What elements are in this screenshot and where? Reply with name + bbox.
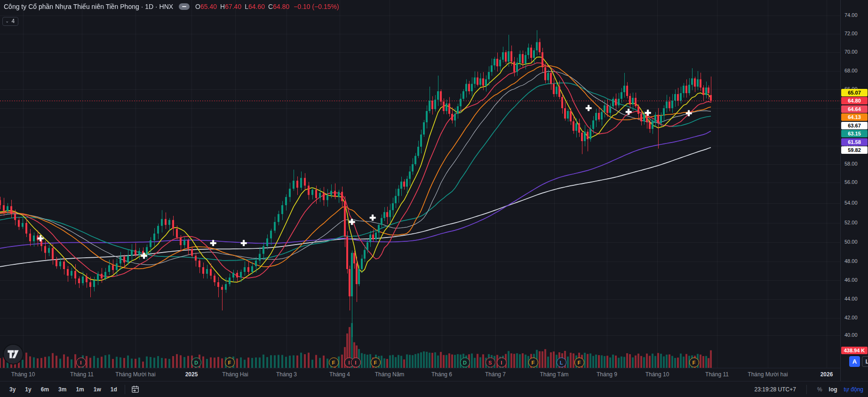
- event-marker-i[interactable]: I: [76, 357, 86, 367]
- button-l[interactable]: L: [862, 356, 868, 367]
- high-value: 67.40: [225, 3, 241, 10]
- button-a[interactable]: A: [849, 356, 860, 367]
- go-to-date-button[interactable]: [129, 384, 142, 395]
- price-tick: 42.00: [841, 315, 868, 320]
- event-marker-i[interactable]: I: [497, 357, 507, 367]
- time-tick: Tháng Mười hai: [748, 371, 788, 378]
- ohlc-values: O65.40 H67.40 L64.60 C64.80 −0.10 (−0.15…: [195, 3, 339, 10]
- price-tick: 54.00: [841, 200, 868, 206]
- tradingview-logo[interactable]: [3, 344, 24, 365]
- plus-marker-icon: ✚: [585, 103, 592, 113]
- event-marker-d[interactable]: D: [191, 357, 201, 367]
- close-label: C: [268, 3, 273, 10]
- high-label: H: [220, 3, 225, 10]
- source-toggle-icon[interactable]: [179, 3, 190, 10]
- low-label: L: [245, 3, 248, 10]
- event-marker-l[interactable]: L: [557, 357, 566, 367]
- ma-price-label: 64.13: [841, 113, 868, 121]
- symbol-legend: Công ty Cổ phần Nhựa Thiếu niên Tiền Pho…: [4, 3, 339, 10]
- time-axis[interactable]: ⚙ Tháng 10Tháng 11Tháng Mười hai2025Thán…: [0, 368, 868, 381]
- ma-price-label: 61.58: [841, 138, 868, 146]
- plus-marker-icon: ✚: [141, 251, 147, 261]
- plus-marker-icon: ✚: [240, 238, 247, 248]
- close-value: 64.80: [273, 3, 289, 10]
- last-price-label: 64.80: [841, 97, 868, 104]
- auto-scale-button[interactable]: tự động: [844, 386, 863, 393]
- event-marker-i[interactable]: I: [351, 357, 361, 367]
- open-label: O: [195, 3, 200, 10]
- price-tick: 68.00: [841, 68, 868, 73]
- event-marker-f[interactable]: F: [574, 357, 584, 367]
- symbol-title[interactable]: Công ty Cổ phần Nhựa Thiếu niên Tiền Pho…: [4, 3, 173, 10]
- range-button-3m[interactable]: 3m: [55, 385, 70, 394]
- indicators-count: 4: [11, 18, 15, 24]
- change-value: −0.10 (−0.15%): [294, 3, 339, 10]
- time-tick: Tháng Hai: [222, 371, 248, 378]
- event-marker-f[interactable]: F: [371, 357, 381, 367]
- time-tick: Tháng 10: [11, 371, 35, 378]
- range-button-1d[interactable]: 1d: [107, 385, 121, 394]
- toolbar-divider: [125, 385, 125, 394]
- percent-scale-button[interactable]: %: [817, 386, 822, 393]
- time-tick: Tháng 11: [705, 371, 729, 378]
- time-tick: Tháng Mười hai: [115, 371, 155, 378]
- ma-price-label: 64.64: [841, 105, 868, 113]
- time-tick: Tháng 6: [431, 371, 452, 378]
- low-value: 64.60: [248, 3, 265, 10]
- toolbar-right: 23:19:28 UTC+7 % log tự động: [755, 385, 868, 394]
- time-tick: Tháng 9: [597, 371, 617, 378]
- ma-price-label: 63.67: [841, 122, 868, 129]
- plus-marker-icon: ✚: [685, 109, 692, 119]
- event-marker-s[interactable]: S: [486, 357, 495, 367]
- range-button-6m[interactable]: 6m: [37, 385, 53, 394]
- price-tick: 56.00: [841, 179, 868, 185]
- price-tick: 46.00: [841, 277, 868, 283]
- range-button-1m[interactable]: 1m: [72, 385, 88, 394]
- time-tick: Tháng 10: [645, 371, 669, 378]
- plus-marker-icon: ✚: [210, 238, 216, 248]
- range-button-1w[interactable]: 1w: [90, 385, 105, 394]
- price-tick: 48.00: [841, 258, 868, 264]
- range-button-3y[interactable]: 3y: [6, 385, 19, 394]
- chart-window: Công ty Cổ phần Nhựa Thiếu niên Tiền Pho…: [0, 0, 868, 397]
- volume-value-label: 438.94 K: [841, 347, 868, 354]
- candlestick-chart-canvas[interactable]: [0, 0, 868, 397]
- event-marker-f[interactable]: F: [329, 357, 339, 367]
- price-tick: 70.00: [841, 49, 868, 55]
- open-value: 65.40: [200, 3, 217, 10]
- plus-marker-icon: ✚: [369, 213, 376, 223]
- event-marker-f[interactable]: F: [225, 357, 235, 367]
- indicators-collapse-badge[interactable]: ⌄ 4: [2, 17, 18, 26]
- bottom-toolbar: 3y1y6m3m1m1w1d 23:19:28 UTC+7 % log tự đ…: [0, 381, 868, 397]
- price-tick: 52.00: [841, 220, 868, 225]
- range-buttons: 3y1y6m3m1m1w1d: [0, 385, 121, 394]
- clock-text[interactable]: 23:19:28 UTC+7: [755, 386, 796, 393]
- price-tick: 50.00: [841, 239, 868, 245]
- price-axis[interactable]: 74.0072.0070.0068.0066.0064.0062.0060.00…: [840, 0, 868, 381]
- time-tick: Tháng 3: [276, 371, 297, 378]
- event-marker-f[interactable]: F: [528, 357, 538, 367]
- price-tick: 44.00: [841, 296, 868, 302]
- time-tick: Tháng 11: [70, 371, 94, 378]
- plus-marker-icon: ✚: [645, 108, 651, 118]
- price-tick: 74.00: [841, 12, 868, 18]
- event-marker-f[interactable]: F: [689, 357, 699, 367]
- chevron-down-icon: ⌄: [5, 18, 9, 24]
- time-tick: Tháng Năm: [375, 371, 405, 378]
- time-tick: 2025: [185, 371, 198, 378]
- time-tick: Tháng 4: [329, 371, 350, 378]
- toolbar-divider: [806, 385, 807, 394]
- ma-price-label: 65.07: [841, 89, 868, 96]
- price-tick: 40.00: [841, 332, 868, 338]
- plus-marker-icon: ✚: [625, 107, 632, 117]
- time-tick: Tháng Tám: [540, 371, 568, 378]
- time-tick: Tháng 7: [485, 371, 506, 378]
- range-button-1y[interactable]: 1y: [21, 385, 35, 394]
- plus-marker-icon: ✚: [349, 217, 355, 227]
- price-tick: 58.00: [841, 161, 868, 167]
- ma-price-label: 59.82: [841, 146, 868, 154]
- event-marker-d[interactable]: D: [460, 357, 470, 367]
- plus-marker-icon: ✚: [37, 234, 44, 244]
- ma-price-label: 63.15: [841, 130, 868, 137]
- log-scale-button[interactable]: log: [829, 386, 837, 393]
